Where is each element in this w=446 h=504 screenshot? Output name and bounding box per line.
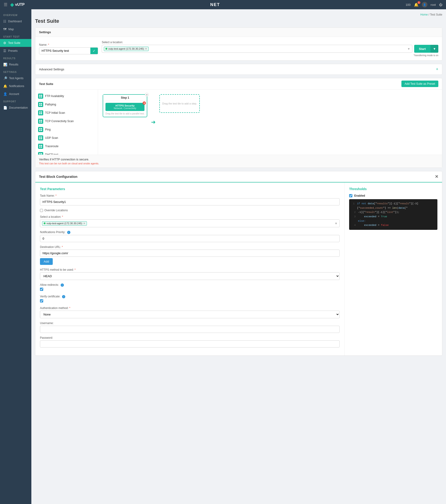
- menu-toggle-icon[interactable]: ☰: [4, 2, 7, 7]
- avatar[interactable]: 👤: [422, 2, 427, 7]
- test-icon-dhcp: [38, 152, 43, 155]
- verify-cert-info-icon[interactable]: i: [62, 295, 65, 298]
- results-icon: 📊: [3, 63, 7, 66]
- task-name-input[interactable]: [40, 198, 340, 205]
- start-button[interactable]: Start: [414, 45, 430, 53]
- sidebar-item-test-agents[interactable]: 🔎 Test Agents: [0, 74, 31, 82]
- test-list-item-dhcp[interactable]: DHCP test: [35, 150, 98, 155]
- allow-redirects-info-icon[interactable]: i: [61, 284, 64, 287]
- name-input[interactable]: [39, 48, 90, 54]
- notif-priority-input[interactable]: [40, 235, 340, 242]
- power-icon[interactable]: ⏻: [439, 3, 442, 6]
- sidebar-item-documentation[interactable]: 📄 Documentation: [0, 104, 31, 112]
- notif-priority-info-icon[interactable]: i: [67, 231, 70, 234]
- allow-redirects-checkbox[interactable]: [40, 288, 43, 291]
- config-test-params: Test Parameters Task Name: * Override Lo…: [35, 182, 344, 355]
- test-icon-pathping: [38, 102, 43, 107]
- auth-method-select[interactable]: None Basic Digest: [40, 311, 340, 318]
- svg-rect-17: [41, 128, 42, 129]
- sidebar-item-notifications[interactable]: 🔔 Notifications: [0, 82, 31, 90]
- svg-rect-20: [39, 137, 40, 138]
- https-method-select[interactable]: HEAD GET POST: [40, 272, 340, 280]
- expand-icon: +: [436, 67, 438, 72]
- sidebar-item-dashboard[interactable]: ☷ Dashboard: [0, 18, 31, 25]
- sidebar-item-account[interactable]: 👤 Account: [0, 90, 31, 98]
- svg-rect-29: [41, 153, 42, 154]
- test-list-item-tcp-conn[interactable]: TCP Connectivity Scan: [35, 117, 98, 125]
- test-list-item-ping[interactable]: Ping: [35, 125, 98, 134]
- add-url-button[interactable]: Add: [40, 258, 53, 265]
- test-list-item-pathping[interactable]: Pathping: [35, 100, 98, 109]
- test-list-item-ftp[interactable]: FTP Availability: [35, 92, 98, 100]
- transferring-note: *transferring mode is on: [102, 54, 438, 57]
- verify-cert-label: Verify certificate: i: [40, 295, 340, 298]
- breadcrumb-home[interactable]: Home: [420, 13, 428, 16]
- test-list-item-udp[interactable]: UDP Scan: [35, 134, 98, 142]
- svg-rect-10: [39, 113, 40, 114]
- step-arrow: ➜: [151, 119, 156, 125]
- credits-display: 100: [406, 3, 411, 6]
- bell-badge: 1: [417, 1, 420, 4]
- test-list-item-trace[interactable]: Traceroute: [35, 142, 98, 150]
- step-1-box: ✕ Step 1 ✕ HTTPS Security Network: Conne…: [103, 94, 147, 117]
- username-display: root: [431, 3, 436, 6]
- threshold-code-block: 1 if not data["results"][-1]["result"][-…: [349, 199, 437, 230]
- task-name-group: Task Name: *: [40, 194, 340, 205]
- logo: ◆ vUTP: [10, 2, 25, 7]
- sidebar: OVERVIEW ☷ Dashboard 🗺 Map START TEST ⚙ …: [0, 9, 31, 363]
- verify-cert-checkbox[interactable]: [40, 299, 43, 303]
- add-preset-button[interactable]: Add Test Suite as Preset: [401, 81, 438, 87]
- svg-rect-8: [39, 111, 40, 113]
- notifications-bell[interactable]: 🔔 1: [414, 2, 419, 7]
- sidebar-item-results[interactable]: 📊 Results: [0, 61, 31, 69]
- test-list-item-tcp-init[interactable]: TCP Initial Scan: [35, 109, 98, 117]
- override-locations-checkbox-label[interactable]: Override Locations: [40, 209, 340, 212]
- password-input[interactable]: [40, 340, 340, 347]
- svg-rect-0: [39, 95, 40, 96]
- step-1-close-button[interactable]: ✕: [145, 93, 149, 97]
- test-label-ping: Ping: [45, 128, 51, 131]
- test-label-ftp: FTP Availability: [45, 94, 64, 98]
- main-content: Home / Test Suite Test Suite Settings Na…: [31, 9, 446, 363]
- notif-priority-label: Notifications Priority: i: [40, 231, 340, 234]
- drop-zone[interactable]: Drag the test tile to add a step.: [159, 94, 200, 113]
- test-label-tcp-init: TCP Initial Scan: [45, 111, 65, 114]
- config-remove-location-button[interactable]: ✕: [83, 222, 85, 225]
- svg-rect-24: [39, 145, 40, 146]
- start-dropdown-button[interactable]: ▼: [430, 45, 438, 53]
- svg-rect-16: [39, 128, 40, 129]
- config-panel-header: Test Block Configuration ✕: [35, 171, 442, 182]
- https-tile-close-button[interactable]: ✕: [143, 101, 146, 105]
- https-security-tile[interactable]: ✕ HTTPS Security Network: Connectivity: [106, 103, 145, 111]
- sidebar-section-results: RESULTS: [0, 55, 31, 61]
- agents-icon: 🔎: [3, 76, 7, 80]
- thresholds-title: Thresholds: [349, 187, 437, 191]
- https-method-group: HTTPS method to be used: * HEAD GET POST: [40, 268, 340, 280]
- auth-method-group: Authentication method: * None Basic Dige…: [40, 306, 340, 318]
- svg-rect-12: [39, 120, 40, 121]
- test-icon-udp: [38, 135, 43, 141]
- dest-url-input[interactable]: [40, 250, 340, 257]
- threshold-enabled-checkbox[interactable]: [349, 194, 353, 197]
- desc-main: Verifies if HTTP connection is secure.: [39, 158, 438, 161]
- svg-rect-15: [41, 121, 42, 123]
- username-label: Username:: [40, 322, 340, 325]
- sidebar-item-map[interactable]: 🗺 Map: [0, 25, 31, 33]
- config-thresholds: Thresholds Enabled 1 if not data["result…: [344, 182, 442, 355]
- select-location-label: Select a location: *: [40, 215, 340, 218]
- config-panel-close-button[interactable]: ✕: [435, 174, 438, 179]
- map-icon: 🗺: [3, 27, 6, 31]
- sidebar-item-presets[interactable]: ☰ Presets: [0, 47, 31, 55]
- config-panel: Test Block Configuration ✕ Test Paramete…: [35, 171, 442, 356]
- advanced-settings-toggle[interactable]: Advanced Settings +: [35, 64, 442, 74]
- tile-subtitle: Network: Connectivity: [107, 107, 143, 109]
- name-confirm-button[interactable]: ✓: [90, 48, 98, 54]
- config-location-dot: [44, 222, 46, 224]
- location-clear-button[interactable]: ▼: [407, 47, 410, 51]
- sidebar-item-test-suite[interactable]: ⚙ Test Suite: [0, 39, 31, 47]
- override-locations-checkbox[interactable]: [40, 209, 43, 212]
- config-location-field[interactable]: vutp-test-agent (172.30.30.245) ✕ ▼: [40, 219, 340, 227]
- dest-url-group: Destination URL: * Add: [40, 245, 340, 265]
- remove-location-button[interactable]: ✕: [145, 47, 147, 50]
- username-input[interactable]: [40, 326, 340, 333]
